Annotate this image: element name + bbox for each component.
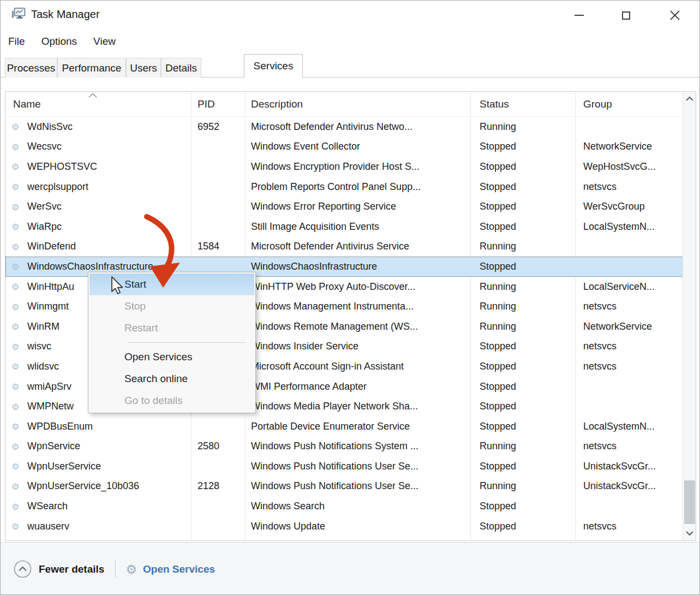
menu-item-stop: Stop [89,295,254,317]
service-name-cell: ⚙WpnService [5,437,191,457]
context-menu: StartStopRestartOpen ServicesSearch onli… [88,272,256,413]
tab-details[interactable]: Details [161,58,201,78]
tab-users[interactable]: Users [126,58,161,78]
task-manager-window: Task Manager FileOptionsView ProcessesPe… [0,0,700,595]
chevron-up-icon [686,97,693,101]
service-group-cell: netsvcs [575,516,683,537]
open-services-label: Open Services [143,563,215,575]
service-description-cell: Windows Push Notifications User Se... [245,477,470,497]
service-pid-cell [191,496,245,516]
tab-processes[interactable]: Processes [5,58,57,78]
service-name-cell: ⚙WSearch [5,496,191,516]
service-pid-cell [191,416,245,437]
column-header-description[interactable]: Description [245,92,470,116]
service-status-cell: Stopped [470,197,575,217]
service-group-cell [575,377,683,397]
collapse-circle-icon [14,560,32,578]
service-status-cell: Running [470,117,575,137]
minimize-button[interactable] [566,4,592,27]
maximize-button[interactable] [613,4,639,27]
service-status-cell: Stopped [470,416,575,437]
footer: Fewer details ⚙ Open Services [1,542,699,595]
scroll-down-button[interactable] [683,526,696,540]
table-row[interactable]: ⚙WpnService2580Windows Push Notification… [5,437,683,457]
menu-item-open-services[interactable]: Open Services [89,346,254,368]
table-row[interactable]: ⚙WecsvcWindows Event CollectorStoppedNet… [5,137,683,157]
service-gear-icon: ⚙ [11,122,19,132]
service-gear-icon: ⚙ [11,322,19,332]
service-status-cell: Stopped [470,377,575,397]
tab-performance[interactable]: Performance [57,58,126,78]
table-row[interactable]: ⚙WiaRpcStill Image Acquisition EventsSto… [5,217,683,237]
service-group-cell [575,496,683,516]
menubar-item-options[interactable]: Options [41,35,77,47]
column-header-status[interactable]: Status [470,92,575,116]
open-services-link[interactable]: ⚙ Open Services [125,562,215,576]
table-row[interactable]: ⚙WpnUserServiceWindows Push Notification… [5,456,683,477]
menu-item-go-to-details: Go to details [89,390,254,412]
menu-item-start[interactable]: Start [89,273,254,295]
menubar-item-file[interactable]: File [8,35,25,47]
table-row[interactable]: ⚙WPDBusEnumPortable Device Enumerator Se… [5,416,683,437]
service-group-cell: LocalServiceN... [575,277,683,297]
table-row[interactable]: ⚙wuauservWindows UpdateStoppednetsvcs [5,516,683,537]
service-description-cell: Windows Push Notifications User Se... [245,456,470,477]
service-gear-icon: ⚙ [11,341,19,352]
service-description-cell: Windows Push Notifications System ... [245,437,470,457]
service-description-cell: Still Image Acquisition Events [245,217,470,237]
fewer-details-button[interactable]: Fewer details [14,560,104,578]
service-description-cell: Portable Device Enumerator Service [245,416,470,437]
scroll-up-button[interactable] [683,92,696,106]
service-gear-icon: ⚙ [11,162,19,172]
service-gear-icon: ⚙ [11,282,19,292]
menu-item-search-online[interactable]: Search online [89,368,254,390]
tab-services[interactable]: Services [244,54,303,78]
column-header-name[interactable]: Name [5,92,191,116]
service-status-cell: Running [470,237,575,257]
service-name-cell: ⚙Wecsvc [5,137,191,157]
close-icon [670,10,680,20]
service-group-cell: netsvcs [575,296,683,317]
service-status-cell: Stopped [470,177,575,197]
service-pid-cell [191,157,245,177]
close-button[interactable] [662,4,688,27]
service-group-cell [575,237,683,257]
maximize-icon [622,11,630,20]
table-row[interactable]: ⚙WdNisSvc6952Microsoft Defender Antiviru… [5,117,683,137]
table-row[interactable]: ⚙WEPHOSTSVCWindows Encryption Provider H… [5,157,683,177]
service-group-cell: WerSvcGroup [575,197,683,217]
column-header-pid[interactable]: PID [191,92,245,116]
menubar-item-view[interactable]: View [93,35,116,47]
service-name-cell: ⚙WpnUserService [5,456,191,477]
column-header-group[interactable]: Group [575,92,683,116]
vertical-scrollbar[interactable] [683,92,696,540]
tabstrip: ProcessesPerformanceUsersDetailsServices [1,53,699,78]
service-description-cell: Microsoft Defender Antivirus Netwo... [245,117,470,137]
service-group-cell: netsvcs [575,337,683,357]
table-row[interactable]: ⚙WerSvcWindows Error Reporting ServiceSt… [5,197,683,217]
service-status-cell: Running [470,477,575,497]
table-row[interactable]: ⚙WSearchWindows SearchStopped [5,496,683,516]
scrollbar-thumb[interactable] [684,480,695,524]
service-pid-cell: 2128 [191,477,245,497]
service-description-cell: Windows Management Instrumenta... [245,296,470,317]
service-group-cell: UnistackSvcGr... [575,456,683,477]
service-pid-cell [191,177,245,197]
table-row[interactable]: ⚙wercplsupportProblem Reports Control Pa… [5,177,683,197]
service-status-cell: Stopped [470,396,575,416]
table-row[interactable]: ⚙WpnUserService_10b0362128Windows Push N… [5,477,683,497]
service-status-cell: Stopped [470,257,575,277]
service-pid-cell [191,197,245,217]
service-status-cell: Running [470,437,575,457]
service-group-cell [575,117,683,137]
service-status-cell: Stopped [470,157,575,177]
table-row[interactable]: ⚙WinDefend1584Microsoft Defender Antivir… [5,237,683,257]
service-description-cell: WindowsChaosInfrastructure [245,257,470,277]
service-status-cell: Stopped [470,137,575,157]
service-name-cell: ⚙WinDefend [5,237,191,257]
service-name-cell: ⚙WpnUserService_10b036 [5,477,191,497]
service-group-cell: netsvcs [575,177,683,197]
service-description-cell: WMI Performance Adapter [245,377,470,397]
service-group-cell: UnistackSvcGr... [575,477,683,497]
service-group-cell: NetworkService [575,317,683,337]
